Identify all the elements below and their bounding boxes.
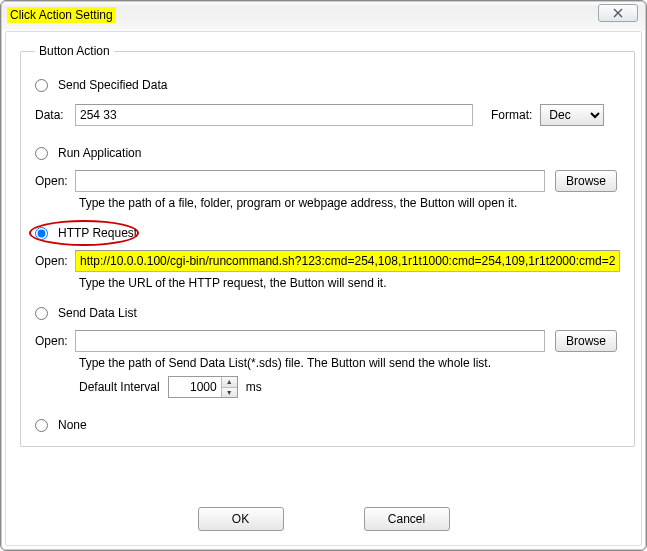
option-send-specified[interactable]: Send Specified Data [35,78,620,92]
option-http-request[interactable]: HTTP Request [35,226,620,240]
group-legend: Button Action [35,44,114,58]
option-run-application[interactable]: Run Application [35,146,620,160]
radio-send-specified[interactable] [35,79,48,92]
open-label-sdl: Open: [35,334,75,348]
radio-run-application[interactable] [35,147,48,160]
ok-button[interactable]: OK [198,507,284,531]
browse-button-runapp[interactable]: Browse [555,170,617,192]
format-label: Format: [491,108,532,122]
browse-button-sdl[interactable]: Browse [555,330,617,352]
radio-label: None [58,418,87,432]
format-select[interactable]: Dec [540,104,604,126]
data-label: Data: [35,108,75,122]
radio-label: Send Specified Data [58,78,167,92]
interval-label: Default Interval [79,380,160,394]
close-button[interactable] [598,4,638,22]
close-icon [613,8,623,18]
button-action-group: Button Action Send Specified Data Data: … [20,44,635,447]
radio-label: Send Data List [58,306,137,320]
spinner-down-icon[interactable]: ▼ [222,388,237,398]
http-url-input[interactable] [75,250,620,272]
client-area: Button Action Send Specified Data Data: … [5,31,642,546]
dialog-footer: OK Cancel [6,507,641,531]
interval-input[interactable] [169,377,221,397]
dialog-window: Click Action Setting Button Action Send … [0,0,647,551]
ms-label: ms [246,380,262,394]
sdl-path-input[interactable] [75,330,545,352]
sdl-hint: Type the path of Send Data List(*.sds) f… [79,356,620,370]
runapp-hint: Type the path of a file, folder, program… [79,196,620,210]
radio-http-request[interactable] [35,227,48,240]
titlebar: Click Action Setting [1,1,646,29]
radio-label: Run Application [58,146,141,160]
open-label-http: Open: [35,254,75,268]
interval-spinner[interactable]: ▲ ▼ [168,376,238,398]
runapp-path-input[interactable] [75,170,545,192]
option-send-data-list[interactable]: Send Data List [35,306,620,320]
radio-label: HTTP Request [58,226,137,240]
cancel-button[interactable]: Cancel [364,507,450,531]
open-label-runapp: Open: [35,174,75,188]
radio-send-data-list[interactable] [35,307,48,320]
radio-none[interactable] [35,419,48,432]
http-hint: Type the URL of the HTTP request, the Bu… [79,276,620,290]
spinner-up-icon[interactable]: ▲ [222,377,237,388]
data-input[interactable] [75,104,473,126]
option-none[interactable]: None [35,418,620,432]
window-title: Click Action Setting [7,7,116,23]
